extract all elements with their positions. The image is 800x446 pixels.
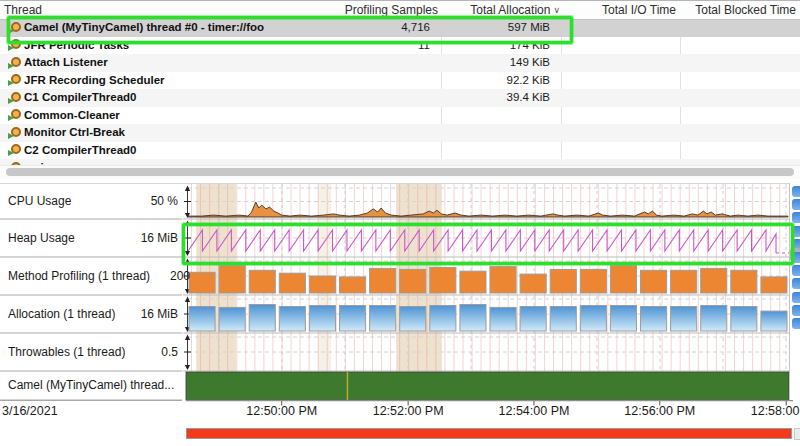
thread-name: Monitor Ctrl-Break (24, 124, 125, 142)
row-marker-square[interactable] (792, 186, 800, 197)
allocation-bar (641, 307, 667, 332)
table-row[interactable]: C1 CompilerThread039.4 KiB (0, 89, 800, 107)
method-profiling-bar (701, 268, 727, 293)
event-marker-line (347, 372, 349, 400)
allocation-bar (279, 307, 305, 332)
axis-date-label: 3/16/2021 (2, 404, 58, 418)
column-header-total-allocation-label: Total Allocation (470, 3, 550, 17)
method-profiling-bar (279, 273, 305, 293)
allocation-bar (520, 307, 546, 332)
table-row[interactable]: Common-Cleaner (0, 107, 800, 125)
table-row[interactable]: C2 CompilerThread0 (0, 142, 800, 160)
allocation-bar (731, 307, 757, 332)
method-profiling-bar (490, 267, 516, 293)
cpu-usage-area (188, 202, 788, 217)
allocation-bar (671, 307, 697, 332)
annotation-box-selected-thread (7, 16, 573, 44)
thread-ring-icon (11, 92, 21, 102)
time-tick-label: 12:52:00 PM (373, 404, 444, 418)
recording-highlight-band (318, 184, 331, 400)
allocation-bar (701, 306, 727, 332)
row-marker-square[interactable] (792, 265, 800, 276)
thread-state-bar (186, 372, 789, 400)
timeline-scrollbar[interactable] (186, 428, 792, 439)
timeline-row-label[interactable]: CPU Usage (8, 184, 71, 219)
time-tick-label: 12:50:00 PM (246, 404, 317, 418)
thread-name: Common-Cleaner (24, 107, 120, 125)
time-tick-label: 12:54:00 PM (499, 404, 570, 418)
thread-ring-icon (11, 109, 21, 119)
column-header-total-allocation[interactable]: Total Allocation∨ (470, 3, 560, 17)
method-profiling-bar (731, 270, 757, 293)
timeline-row-label[interactable]: Allocation (1 thread) (8, 295, 115, 333)
method-profiling-bar (340, 277, 366, 293)
allocation-bar (550, 307, 576, 332)
timeline-scale-value: 16 MiB (141, 219, 178, 257)
method-profiling-bar (249, 270, 275, 293)
method-profiling-bar (309, 276, 335, 293)
column-header-profiling-samples[interactable]: Profiling Samples (345, 3, 438, 17)
method-profiling-bar (580, 269, 606, 293)
method-profiling-bar (460, 271, 486, 293)
allocation-bar (189, 307, 215, 332)
total-allocation-value: 92.2 KiB (440, 72, 550, 90)
table-row[interactable]: Attach Listener149 KiB (0, 54, 800, 72)
allocation-bar (309, 306, 335, 332)
thread-icon (8, 92, 22, 104)
thread-name: JFR Recording Scheduler (24, 72, 165, 90)
row-marker-square[interactable] (792, 305, 800, 316)
time-tick-label: 12:58:00 PM (751, 404, 800, 418)
method-profiling-bar (641, 270, 667, 293)
row-marker-square[interactable] (792, 278, 800, 289)
time-tick-label: 12:56:00 PM (624, 404, 695, 418)
timeline-row-label[interactable]: Throwables (1 thread) (8, 333, 125, 371)
allocation-bar (580, 306, 606, 332)
method-profiling-bar (761, 277, 787, 293)
method-profiling-bar (520, 274, 546, 293)
thread-icon (8, 109, 22, 121)
table-horizontal-scrollbar[interactable] (0, 165, 800, 179)
allocation-bar (460, 305, 486, 332)
row-marker-square[interactable] (792, 292, 800, 303)
method-profiling-bar (550, 269, 576, 293)
method-profiling-bar (400, 269, 426, 293)
table-row[interactable]: Monitor Ctrl-Break (0, 124, 800, 142)
row-marker-square[interactable] (792, 318, 800, 329)
timeline-row-label[interactable]: Method Profiling (1 thread) (8, 257, 150, 295)
thread-ring-icon (11, 127, 21, 137)
timeline-row-label[interactable]: Heap Usage (8, 219, 75, 257)
column-header-total-io-time[interactable]: Total I/O Time (602, 3, 676, 17)
total-allocation-value: 149 KiB (440, 54, 550, 72)
column-header-thread[interactable]: Thread (4, 3, 42, 17)
thread-ring-icon (11, 57, 21, 67)
timeline-scale-value: 16 MiB (141, 295, 178, 333)
sort-descending-icon: ∨ (553, 5, 560, 15)
table-row[interactable]: JFR Recording Scheduler92.2 KiB (0, 72, 800, 90)
allocation-bar (761, 311, 787, 331)
allocation-bar (430, 306, 456, 332)
allocation-bar (610, 306, 636, 332)
allocation-bar (340, 306, 366, 332)
method-profiling-bar (610, 266, 636, 293)
method-profiling-bar (671, 270, 697, 293)
thread-ring-icon (11, 74, 21, 84)
thread-icon (8, 127, 22, 139)
total-allocation-value: 39.4 KiB (440, 89, 550, 107)
allocation-bar (400, 307, 426, 332)
table-scrollbar-thumb[interactable] (6, 168, 794, 176)
thread-ring-icon (11, 144, 21, 154)
allocation-bar (249, 305, 275, 332)
timeline-row-label[interactable]: Camel (MyTinyCamel) thread... (8, 371, 174, 400)
thread-icon (8, 74, 22, 86)
method-profiling-bar (189, 272, 215, 293)
row-marker-square[interactable] (792, 212, 800, 223)
method-profiling-bar (370, 268, 396, 293)
thread-name: C1 CompilerThread0 (24, 89, 136, 107)
column-header-total-blocked-time[interactable]: Total Blocked Time (695, 3, 796, 17)
thread-name: C2 CompilerThread0 (24, 142, 136, 160)
allocation-bar (370, 306, 396, 332)
thread-name: Attach Listener (24, 54, 108, 72)
timeline-panel-border (0, 183, 800, 184)
row-marker-square[interactable] (792, 199, 800, 210)
allocation-bar (219, 307, 245, 331)
